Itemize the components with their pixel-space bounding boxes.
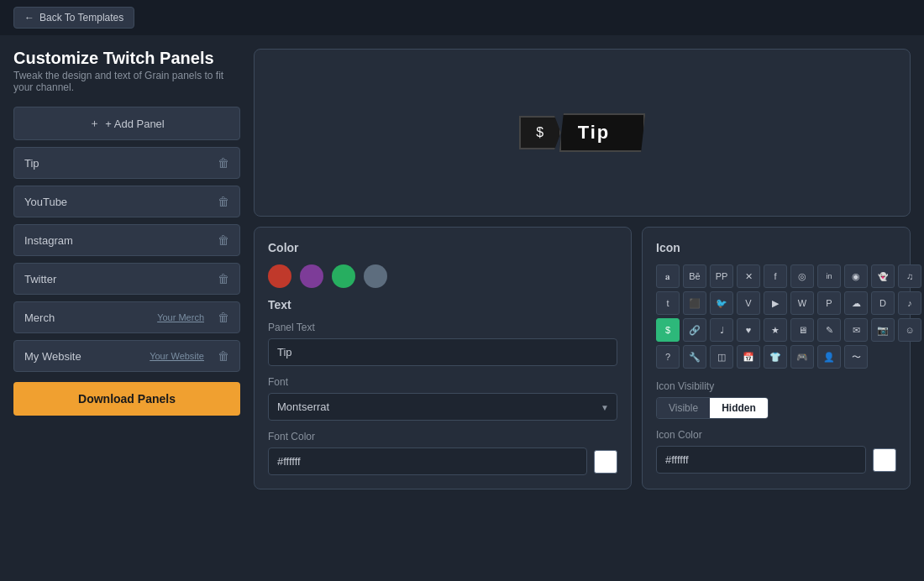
visible-button[interactable]: Visible: [657, 398, 710, 418]
visibility-toggle-group: Visible Hidden: [656, 397, 769, 419]
font-select-wrapper: Montserrat Roboto Open Sans Lato Oswald …: [268, 393, 617, 421]
preview-panel: $ Tip: [254, 49, 911, 217]
tip-banner: $ Tip: [519, 113, 646, 152]
wave-icon[interactable]: 〜: [844, 345, 868, 369]
schedule-icon[interactable]: 📅: [737, 345, 760, 369]
banner-text: Tip: [559, 113, 646, 152]
spotify-icon[interactable]: ♫: [898, 264, 921, 288]
panel-item-mywebsite[interactable]: My Website Your Website 🗑: [13, 340, 240, 372]
dollar-icon[interactable]: $: [656, 318, 680, 342]
monitor-icon[interactable]: 🖥: [790, 318, 814, 342]
delete-twitter-icon[interactable]: 🗑: [218, 272, 229, 285]
delete-merch-icon[interactable]: 🗑: [218, 311, 229, 324]
icon-grid: 𝐚 Bē PP ✕ f ◎ in ◉ 👻 ♫ t ⬛ 🐦 V ▶ W P: [656, 264, 896, 369]
font-color-row: [268, 448, 617, 475]
left-sidebar: Customize Twitch Panels Tweak the design…: [13, 49, 240, 569]
whatsapp-icon[interactable]: W: [790, 291, 814, 315]
patreon-icon[interactable]: P: [817, 291, 841, 315]
star-icon[interactable]: ★: [764, 318, 787, 342]
camera-icon[interactable]: 📷: [871, 318, 895, 342]
options-panel: Color Text Panel Text Font Montserrat: [254, 227, 632, 489]
download-panels-button[interactable]: Download Panels: [13, 382, 240, 416]
bottom-panels: Color Text Panel Text Font Montserrat: [254, 227, 911, 489]
text-section: Text Panel Text Font Montserrat Roboto O…: [268, 298, 617, 475]
delete-tip-icon[interactable]: 🗑: [218, 156, 229, 170]
person-icon[interactable]: 👤: [817, 345, 841, 369]
page-title: Customize Twitch Panels: [13, 49, 240, 68]
hidden-button[interactable]: Hidden: [710, 398, 768, 418]
vimeo-icon[interactable]: V: [737, 291, 760, 315]
font-color-preview[interactable]: [594, 450, 617, 474]
instagram-icon[interactable]: ◎: [790, 264, 814, 288]
text-section-title: Text: [268, 298, 617, 311]
color-swatches: [268, 264, 617, 288]
icon-panel: Icon 𝐚 Bē PP ✕ f ◎ in ◉ 👻 ♫ t ⬛ 🐦 V: [642, 227, 911, 489]
delete-mywebsite-icon[interactable]: 🗑: [218, 349, 229, 363]
add-panel-button[interactable]: ＋ + Add Panel: [13, 107, 240, 140]
youtube-icon[interactable]: ▶: [764, 291, 787, 315]
panel-item-instagram[interactable]: Instagram 🗑: [13, 224, 240, 256]
twitter-icon[interactable]: 🐦: [710, 291, 733, 315]
emoji-icon[interactable]: ☺: [898, 318, 921, 342]
panel-item-tip[interactable]: Tip 🗑: [13, 147, 240, 179]
wrench-icon[interactable]: 🔧: [683, 345, 706, 369]
font-select[interactable]: Montserrat Roboto Open Sans Lato Oswald: [268, 393, 617, 421]
game-icon[interactable]: 🎮: [790, 345, 814, 369]
arrow-left-icon: ←: [24, 12, 34, 24]
icon-color-preview[interactable]: [873, 448, 896, 472]
banner-icon: $: [519, 116, 561, 149]
facebook-icon[interactable]: f: [764, 264, 787, 288]
amazon-icon[interactable]: 𝐚: [656, 264, 680, 288]
main-layout: Customize Twitch Panels Tweak the design…: [0, 35, 924, 581]
swatch-red[interactable]: [268, 264, 291, 288]
icon-color-row: [656, 446, 896, 474]
panel-text-input[interactable]: [268, 338, 617, 366]
reddit-icon[interactable]: ◉: [844, 264, 868, 288]
panel-text-label: Panel Text: [268, 322, 617, 333]
font-color-label: Font Color: [268, 431, 617, 442]
page-header: Customize Twitch Panels Tweak the design…: [13, 49, 240, 100]
x-icon[interactable]: ✕: [737, 264, 760, 288]
visibility-row: Icon Visibility Visible Hidden: [656, 380, 896, 419]
paypal-icon[interactable]: PP: [710, 264, 733, 288]
linkedin-icon[interactable]: in: [817, 264, 841, 288]
panel-item-merch[interactable]: Merch Your Merch 🗑: [13, 301, 240, 333]
page-subtitle: Tweak the design and text of Grain panel…: [13, 70, 240, 93]
panel-item-youtube[interactable]: YouTube 🗑: [13, 186, 240, 217]
back-button[interactable]: ← Back To Templates: [13, 7, 134, 29]
color-section-title: Color: [268, 241, 617, 254]
pencil-icon[interactable]: ✎: [817, 318, 841, 342]
tiktok-icon[interactable]: ♪: [898, 291, 921, 315]
swatch-green[interactable]: [332, 264, 355, 288]
icon-section-title: Icon: [656, 241, 896, 254]
delete-youtube-icon[interactable]: 🗑: [218, 195, 229, 208]
swatch-purple[interactable]: [300, 264, 323, 288]
font-color-input[interactable]: [268, 448, 587, 475]
discord-icon[interactable]: D: [871, 291, 895, 315]
panel-item-twitter[interactable]: Twitter 🗑: [13, 263, 240, 295]
palette-icon[interactable]: ◫: [710, 345, 733, 369]
external-link-icon[interactable]: 🔗: [683, 318, 706, 342]
shirt-icon[interactable]: 👕: [764, 345, 787, 369]
soundcloud-icon[interactable]: ☁: [844, 291, 868, 315]
delete-instagram-icon[interactable]: 🗑: [218, 233, 229, 247]
right-area: $ Tip Color Text Panel Text Fon: [254, 49, 911, 569]
email-icon[interactable]: ✉: [844, 318, 868, 342]
icon-visibility-label: Icon Visibility: [656, 380, 896, 392]
snapchat-icon[interactable]: 👻: [871, 264, 895, 288]
heart-icon[interactable]: ♥: [737, 318, 760, 342]
tumblr-icon[interactable]: t: [656, 291, 680, 315]
font-label: Font: [268, 376, 617, 388]
music-icon[interactable]: ♩: [710, 318, 733, 342]
icon-color-input[interactable]: [656, 446, 866, 474]
question-icon[interactable]: ?: [656, 345, 680, 369]
plus-icon: ＋: [89, 116, 100, 131]
swatch-gray[interactable]: [364, 264, 387, 288]
top-bar: ← Back To Templates: [0, 0, 924, 35]
twitch-icon[interactable]: ⬛: [683, 291, 706, 315]
icon-color-label: Icon Color: [656, 429, 896, 441]
behance-icon[interactable]: Bē: [683, 264, 706, 288]
